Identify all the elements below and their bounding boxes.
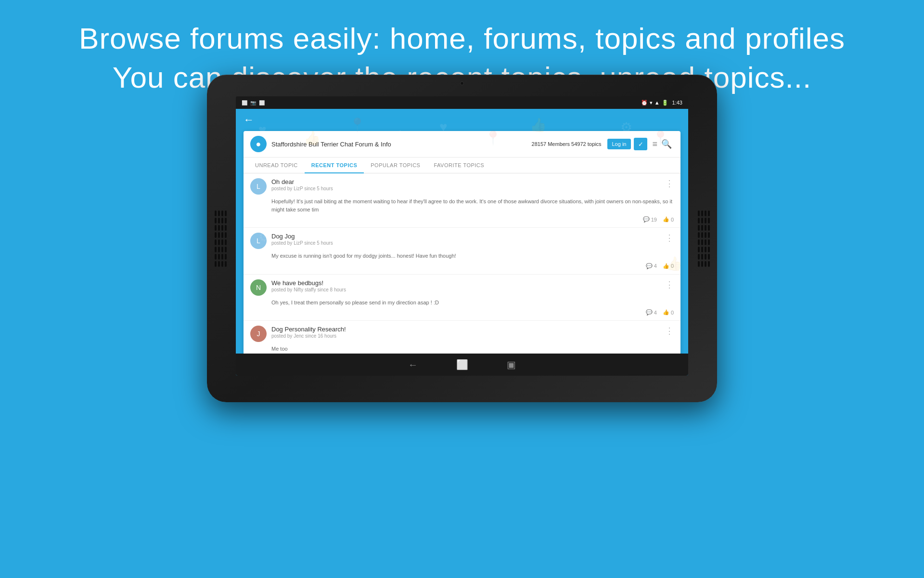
tab-unread-topic[interactable]: UNREAD TOPIC [248, 158, 305, 173]
status-battery-icon: 🔋 [662, 100, 668, 106]
status-right: ⏰ ▾ ▲ 🔋 1:43 [641, 100, 682, 106]
speaker-right [697, 195, 710, 282]
status-alarm-icon: ⏰ [641, 100, 648, 106]
status-bar: ⬜ 📷 ⬜ ⏰ ▾ ▲ 🔋 1:43 [236, 96, 688, 109]
app-screen: ♥ 👍 📍 ⚙ ♥ 📍 👍 ♥ ⚙ 📍 ⚙ ♥ ♥ 👍 [236, 109, 688, 376]
status-icon-1: ⬜ [242, 100, 247, 105]
status-left-icons: ⬜ 📷 ⬜ [242, 100, 265, 105]
screen-bezel: ⬜ 📷 ⬜ ⏰ ▾ ▲ 🔋 1:43 [236, 96, 688, 376]
tab-favorite-topics[interactable]: FAVORITE TOPICS [427, 158, 491, 173]
status-signal-icon: ▾ [650, 100, 653, 106]
tab-popular-topics[interactable]: POPULAR TOPICS [364, 158, 427, 173]
speaker-left [214, 195, 227, 282]
nav-recent-button[interactable]: ▣ [507, 359, 516, 370]
tablet-device: ⬜ 📷 ⬜ ⏰ ▾ ▲ 🔋 1:43 [207, 75, 717, 402]
status-wifi-icon: ▲ [654, 100, 660, 105]
tablet-camera [460, 81, 464, 85]
bottom-nav: ← ⬜ ▣ [236, 354, 688, 376]
nav-home-button[interactable]: ⬜ [456, 359, 468, 370]
tab-recent-topics[interactable]: RECENT TOPICS [305, 158, 364, 173]
nav-back-button[interactable]: ← [408, 359, 418, 370]
forum-pattern-bg: ♥ 👍 📍 ⚙ ♥ 📍 👍 ♥ ⚙ 📍 ⚙ ♥ ♥ 👍 [236, 109, 688, 376]
status-icon-3: ⬜ [259, 100, 265, 105]
header-line1: Browse forums easily: home, forums, topi… [0, 19, 924, 58]
status-icon-2: 📷 [250, 100, 256, 105]
tablet-shell: ⬜ 📷 ⬜ ⏰ ▾ ▲ 🔋 1:43 [207, 75, 717, 402]
status-time: 1:43 [672, 100, 682, 105]
